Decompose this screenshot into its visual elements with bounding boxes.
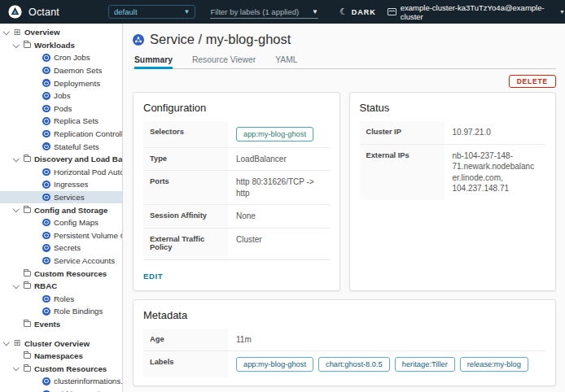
sidebar-item-jobs[interactable]: Jobs [0, 89, 122, 102]
sidebar-item-deployments[interactable]: Deployments [0, 76, 122, 89]
sidebar-item-events[interactable]: Events [0, 318, 122, 331]
property-label: Session Affinity [143, 205, 228, 228]
sidebar-item-label: clusterinformations.crd.projec [54, 377, 122, 385]
resource-icon [41, 232, 52, 240]
sidebar-item-label: Services [54, 193, 85, 202]
configuration-table: Selectorsapp:my-blog-ghostTypeLoadBalanc… [143, 121, 330, 258]
sidebar-item-stateful-sets[interactable]: Stateful Sets [0, 140, 122, 153]
label-tag[interactable]: chart:ghost-8.0.5 [318, 357, 390, 372]
sidebar-item-label: Discovery and Load Balancing [34, 155, 122, 163]
theme-toggle-button[interactable]: ☾ DARK [339, 7, 376, 17]
chevron-down-icon[interactable] [11, 158, 21, 161]
folder-icon [21, 353, 33, 359]
sidebar-item-rbac[interactable]: RBAC [0, 280, 122, 293]
navigation-sidebar: ⊞OverviewWorkloadsCron JobsDaemon SetsDe… [0, 24, 123, 392]
label-tag[interactable]: release:my-blog [460, 357, 528, 372]
edit-link[interactable]: EDIT [143, 272, 163, 281]
chevron-down-icon: ▼ [183, 8, 190, 15]
sidebar-item-namespaces[interactable]: Namespaces [0, 350, 122, 363]
resource-icon [41, 257, 52, 265]
chevron-down-icon[interactable] [11, 285, 21, 288]
resource-icon [41, 105, 52, 113]
label-tag[interactable]: app:my-blog-ghost [236, 357, 313, 372]
chevron-down-icon[interactable] [11, 367, 21, 370]
configuration-title: Configuration [143, 102, 330, 114]
sidebar-item-secrets[interactable]: Secrets [0, 242, 122, 255]
property-label: Ports [143, 171, 228, 204]
chevron-down-icon: ▼ [312, 8, 318, 15]
sidebar-item-cluster-custom-resources[interactable]: Custom Resources [0, 362, 122, 375]
labels-label: Labels [143, 351, 228, 377]
property-value: http 80:31626/TCP -> http [228, 171, 330, 204]
sidebar-item-pods[interactable]: Pods [0, 102, 122, 115]
folder-icon [21, 156, 33, 162]
status-card: Status Cluster IP10.97.21.0External IPsn… [349, 92, 557, 291]
sidebar-item-persistent-volume-claims[interactable]: Persistent Volume Claims [0, 229, 122, 242]
chevron-down-icon[interactable] [2, 342, 11, 345]
property-value: LoadBalancer [228, 148, 330, 171]
property-value: nb-104-237-148-71.newark.nodebalancer.li… [445, 145, 546, 200]
sidebar-item-label: Secrets [54, 243, 81, 252]
sidebar-item-cron-jobs[interactable]: Cron Jobs [0, 51, 122, 64]
sidebar-item-label: Workloads [34, 41, 75, 50]
sidebar-item-label: Roles [54, 294, 74, 303]
sidebar-item-config-maps[interactable]: Config Maps [0, 216, 122, 229]
sidebar-item-workloads[interactable]: Workloads [0, 39, 122, 52]
chevron-down-icon: ▼ [559, 9, 565, 15]
resource-icon [41, 117, 52, 125]
tab-summary[interactable]: Summary [134, 55, 173, 68]
tab-resource-viewer[interactable]: Resource Viewer [192, 55, 256, 68]
sidebar-item-config-and-storage[interactable]: Config and Storage [0, 203, 122, 216]
configuration-row: Selectorsapp:my-blog-ghost [143, 121, 330, 148]
sidebar-item-clusterinformations[interactable]: clusterinformations.crd.projec [0, 375, 122, 388]
sidebar-item-replica-sets[interactable]: Replica Sets [0, 115, 122, 128]
overview-icon: ⊞ [11, 339, 23, 347]
tab-bar: SummaryResource ViewerYAML [133, 55, 556, 69]
property-value: None [228, 205, 330, 228]
configuration-card: Configuration Selectorsapp:my-blog-ghost… [133, 92, 340, 291]
resource-icon [41, 79, 52, 87]
sidebar-item-service-accounts[interactable]: Service Accounts [0, 255, 122, 268]
sidebar-item-services[interactable]: Services [0, 191, 122, 204]
sidebar-item-role-bindings[interactable]: Role Bindings [0, 305, 122, 318]
sidebar-item-replication-controllers[interactable]: Replication Controllers [0, 128, 122, 141]
sidebar-item-label: Pods [54, 104, 72, 113]
label-filter-input[interactable]: Filter by labels (1 applied) ▼ [210, 5, 318, 19]
folder-icon [21, 366, 33, 372]
configuration-row: Session AffinityNone [143, 205, 330, 229]
sidebar-item-csidrivers[interactable]: csidrivers.csi.storage.k8s.io [0, 388, 122, 392]
resource-icon [41, 219, 52, 227]
sidebar-item-daemon-sets[interactable]: Daemon Sets [0, 64, 122, 77]
sidebar-item-label: Namespaces [34, 351, 83, 360]
resource-icon [41, 295, 52, 303]
cluster-context-selector[interactable]: example-cluster-ka3TuTzYo4a@example-clus… [388, 3, 565, 21]
namespace-dropdown[interactable]: default ▼ [108, 5, 195, 19]
property-label: Cluster IP [360, 121, 445, 144]
sidebar-item-ingresses[interactable]: Ingresses [0, 178, 122, 191]
sidebar-item-label: Stateful Sets [54, 142, 99, 151]
age-value: 11m [228, 329, 545, 351]
chevron-down-icon[interactable] [2, 31, 11, 34]
sidebar-item-discovery-and-load-balancing[interactable]: Discovery and Load Balancing [0, 153, 122, 166]
sidebar-item-custom-resources[interactable]: Custom Resources [0, 267, 122, 280]
resource-icon [41, 67, 52, 75]
delete-button[interactable]: DELETE [509, 75, 556, 88]
chevron-down-icon[interactable] [11, 208, 21, 211]
resource-icon [41, 181, 52, 189]
configuration-row: TypeLoadBalancer [143, 148, 330, 172]
cluster-icon [388, 8, 396, 15]
tab-yaml[interactable]: YAML [275, 55, 297, 68]
sidebar-item-cluster-overview[interactable]: ⊞Cluster Overview [0, 337, 122, 350]
property-label: External Traffic Policy [143, 229, 228, 258]
status-row: Cluster IP10.97.21.0 [360, 121, 546, 145]
moon-icon: ☾ [339, 7, 348, 17]
app-name: Octant [28, 7, 59, 18]
main-content: Service / my-blog-ghost SummaryResource … [123, 24, 565, 392]
label-tag[interactable]: heritage:Tiller [395, 357, 455, 372]
sidebar-item-overview[interactable]: ⊞Overview [0, 26, 122, 39]
selector-tag[interactable]: app:my-blog-ghost [236, 127, 313, 142]
resource-icon [41, 142, 52, 150]
sidebar-item-roles[interactable]: Roles [0, 292, 122, 305]
chevron-down-icon[interactable] [11, 44, 21, 47]
sidebar-item-horizontal-pod-autoscalers[interactable]: Horizontal Pod Autoscalers [0, 166, 122, 179]
